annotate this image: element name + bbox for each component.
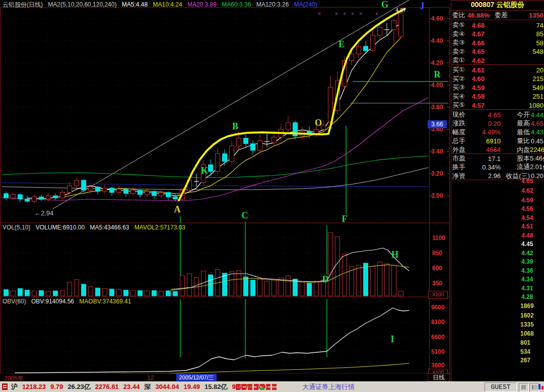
stat-row: 市盈17.1股本5.46亿 <box>452 154 543 163</box>
weicha-value: 1350 <box>529 12 543 19</box>
ask-label: 卖④ <box>452 30 465 39</box>
expma-cross-mark: × <box>375 11 378 17</box>
intraday-price-label: 4.51 <box>521 223 533 230</box>
heat-block <box>272 384 277 386</box>
intraday-price-label: 4.39 <box>521 258 533 265</box>
volume-pane-header: VOL(5,10) VOLUME:6910.00 MA5:43466.63 MA… <box>3 224 189 231</box>
ask-label: 卖② <box>452 47 465 56</box>
main-chart-header: 云铝股份(日线) MA2(5,10,20,60,120,240) MA5:4.4… <box>3 1 321 9</box>
stat-label: 内盘 <box>501 145 530 154</box>
stat-label: 幅度 <box>452 128 472 137</box>
heat-block <box>242 384 246 386</box>
date-axis: 2005年 12 2005/12/07/三 <box>0 373 426 381</box>
bid-volume: 251 <box>532 93 543 100</box>
stat-value: 4.49% <box>472 128 501 136</box>
stat-label: 现价 <box>452 110 472 119</box>
stat-label: 最低 <box>501 128 530 137</box>
stat-value: 2.01亿 <box>530 163 544 172</box>
stat-value: 2246 <box>530 146 544 153</box>
obv-axis-label: 6600 <box>431 334 445 341</box>
index-value: 2276.61 <box>95 383 119 390</box>
obv-axis-label: 3600 <box>431 362 445 369</box>
intraday-price-label: 4.42 <box>521 250 533 257</box>
stat-row: 外盘4664内盘2246 <box>452 145 543 154</box>
stat-value: 2.96 <box>472 172 501 180</box>
index-value: 19.49 <box>183 383 200 390</box>
ma5-value: MA5:4.48 <box>122 1 148 8</box>
bid-price: 4.58 <box>472 93 485 100</box>
symbol-period-label: 云铝股份(日线) <box>3 1 43 8</box>
intraday-volume-label: 1602 <box>520 312 534 319</box>
stat-value: 4.65 <box>530 120 543 127</box>
ask-volume: 58 <box>536 39 543 47</box>
period-selector[interactable]: 日线 <box>428 373 450 381</box>
chart-letter-B: B <box>232 122 238 131</box>
price-axis-label: 4.60 <box>431 15 443 22</box>
stat-label: 总手 <box>452 136 472 145</box>
ask-price: 4.67 <box>472 30 485 38</box>
stat-row: 幅度4.49%最低4.43 <box>452 128 543 137</box>
stat-value: 4.43 <box>530 128 543 136</box>
bid-volume: 215 <box>532 75 543 83</box>
stat-label: 今开 <box>501 110 530 119</box>
vol-ma5-value: MA5:43466.63 <box>90 224 129 231</box>
bid-row: 买⑤4.571080 <box>452 101 543 110</box>
bid-price: 4.57 <box>472 102 485 109</box>
intraday-price-label: 4.28 <box>521 293 533 300</box>
stat-value: 17.1 <box>472 155 501 163</box>
stock-code: 000807 <box>471 1 495 9</box>
stat-label: 市盈 <box>452 154 472 163</box>
market-heat-blocks <box>236 383 279 391</box>
intraday-price-label: 4.36 <box>521 267 533 274</box>
expma-cross-mark: × <box>351 11 354 17</box>
ask-row: 卖④4.6785 <box>452 30 543 39</box>
bid-label: 买② <box>452 74 465 84</box>
connection-icon[interactable] <box>537 383 544 391</box>
quote-title: 000807 云铝股份 <box>451 1 544 11</box>
weibi-value: 46.88% <box>467 12 490 19</box>
bid-price: 4.59 <box>472 84 485 92</box>
chart-letter-F: F <box>342 214 348 223</box>
ma60-value: MA60:3.36 <box>222 1 251 8</box>
stat-row: 涨跌0.20最高4.65 <box>452 119 543 128</box>
ma20-value: MA20:3.89 <box>187 1 217 8</box>
volume-axis-label: 350 <box>432 280 442 287</box>
chart-letter-O: O <box>315 118 322 127</box>
ma-params-label: MA2(5,10,20,60,120,240) <box>48 1 116 8</box>
chart-letter-A: A <box>174 205 181 214</box>
window-icon-1[interactable] <box>519 383 529 392</box>
heat-block <box>248 384 252 386</box>
index-value: 23.44 <box>123 383 140 390</box>
market-icon[interactable] <box>1 383 9 391</box>
ask-volume: 85 <box>536 30 543 38</box>
stat-row: 现价4.65今开4.44 <box>452 110 543 119</box>
stat-label: 股本 <box>501 154 530 163</box>
heat-block <box>254 384 258 386</box>
index-value: 26.23亿 <box>67 383 91 390</box>
stat-value: 6910 <box>472 137 501 145</box>
chart-letter-K: K <box>201 166 208 175</box>
bid-label: 买① <box>452 65 465 74</box>
expma-cross-mark: × <box>318 11 321 17</box>
index-value: 9.79 <box>50 383 63 390</box>
heat-block <box>242 387 246 390</box>
index-value: 3044.04 <box>155 383 179 390</box>
weibi-row: 委比 46.88% 委差 1350 <box>452 11 543 20</box>
stock-trading-app: ×××××× 云铝股份(日线) MA2(5,10,20,60,120,240) … <box>0 0 544 392</box>
quote-panel: 000807 云铝股份 委比 46.88% 委差 1350 卖⑤4.6874卖④… <box>451 0 544 381</box>
ask-row: 卖⑤4.6874 <box>452 21 543 30</box>
obv-axis-label: 9600 <box>431 304 445 311</box>
bid-row: 买④4.58251 <box>452 92 543 101</box>
index-value: 沪 <box>11 383 18 390</box>
price-axis-label: 4.00 <box>431 82 443 89</box>
intraday-volume-label: 267 <box>520 357 530 364</box>
volume-axis-label: 1100 <box>432 234 445 242</box>
index-value: 深 <box>144 383 151 390</box>
intraday-volume-label: 1869 <box>520 302 534 309</box>
chart-letter-J: J <box>420 2 425 11</box>
obv-value: OBV:914094.56 <box>31 298 74 305</box>
bid-volume: 20 <box>536 66 543 74</box>
intraday-price-label: 4.59 <box>521 197 533 204</box>
intraday-price-label: 4.54 <box>521 214 533 221</box>
chart-letter-R: R <box>434 70 441 79</box>
